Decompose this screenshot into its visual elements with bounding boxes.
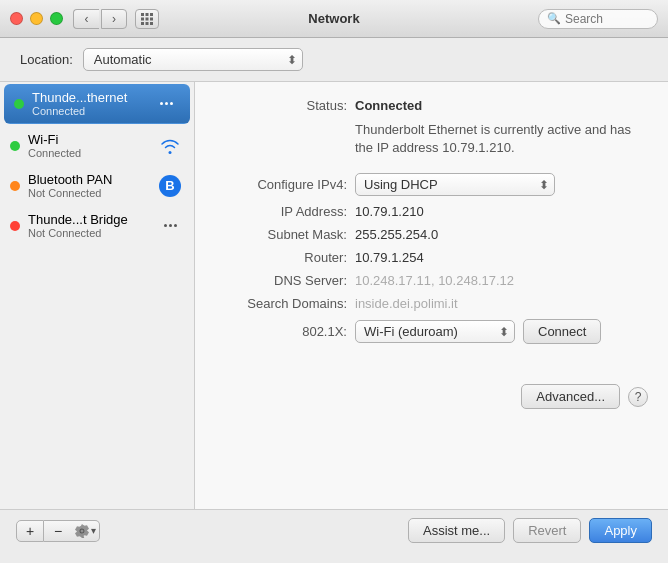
status-description: Thunderbolt Ethernet is currently active… [355, 121, 648, 157]
main-content: Thunde...thernet Connected Wi-Fi Connect… [0, 82, 668, 509]
status-dot-orange [10, 181, 20, 191]
svg-rect-3 [141, 17, 144, 20]
sidebar-item-wifi[interactable]: Wi-Fi Connected [0, 126, 194, 166]
svg-rect-0 [141, 13, 144, 16]
grid-button[interactable] [135, 9, 159, 29]
close-button[interactable] [10, 12, 23, 25]
sidebar-item-bluetooth[interactable]: Bluetooth PAN Not Connected B [0, 166, 194, 206]
sidebar-item-name: Thunde...t Bridge [28, 212, 148, 227]
ip-address-value: 10.79.1.210 [355, 204, 648, 219]
bridge-icon [156, 216, 184, 236]
window-title: Network [308, 11, 359, 26]
window-controls [10, 12, 63, 25]
svg-rect-5 [150, 17, 153, 20]
svg-rect-6 [141, 22, 144, 25]
help-button[interactable]: ? [628, 387, 648, 407]
advanced-button[interactable]: Advanced... [521, 384, 620, 409]
sidebar-toolbar: + − ▾ [16, 520, 203, 542]
ip-address-label: IP Address: [215, 204, 355, 219]
wifi-icon [156, 136, 184, 156]
svg-rect-1 [146, 13, 149, 16]
search-bar[interactable]: 🔍 [538, 9, 658, 29]
status-value: Connected [355, 98, 648, 113]
status-dot-green [10, 141, 20, 151]
configure-ipv4-label: Configure IPv4: [215, 177, 355, 192]
sidebar-item-status: Connected [32, 105, 144, 117]
search-domains-value: inside.dei.polimi.it [355, 296, 648, 311]
location-select-wrap: Automatic Home Work Edit Locations... ⬍ [83, 48, 303, 71]
svg-rect-2 [150, 13, 153, 16]
dot8021x-row: 802.1X: Wi-Fi (eduroam) Off ⬍ Connect [215, 319, 648, 344]
ip-address-row: IP Address: 10.79.1.210 [215, 204, 648, 219]
svg-rect-4 [146, 17, 149, 20]
dot8021x-select[interactable]: Wi-Fi (eduroam) Off [355, 320, 515, 343]
dns-server-value: 10.248.17.11, 10.248.17.12 [355, 273, 648, 288]
detail-actions: Advanced... ? [215, 384, 648, 409]
titlebar: ‹ › Network 🔍 [0, 0, 668, 38]
status-row: Status: Connected [215, 98, 648, 113]
revert-button[interactable]: Revert [513, 518, 581, 543]
search-domains-label: Search Domains: [215, 296, 355, 311]
sidebar-item-bridge[interactable]: Thunde...t Bridge Not Connected [0, 206, 194, 246]
back-button[interactable]: ‹ [73, 9, 99, 29]
sidebar-item-status: Not Connected [28, 227, 148, 239]
maximize-button[interactable] [50, 12, 63, 25]
router-label: Router: [215, 250, 355, 265]
sidebar-item-name: Thunde...thernet [32, 90, 144, 105]
footer-main: Assist me... Revert Apply [203, 518, 652, 543]
status-dot-red [10, 221, 20, 231]
assist-me-button[interactable]: Assist me... [408, 518, 505, 543]
search-domains-row: Search Domains: inside.dei.polimi.it [215, 296, 648, 311]
sidebar-item-status: Not Connected [28, 187, 148, 199]
status-dot-green [14, 99, 24, 109]
sidebar-item-name: Wi-Fi [28, 132, 148, 147]
nav-buttons: ‹ › [73, 9, 127, 29]
location-select[interactable]: Automatic Home Work Edit Locations... [83, 48, 303, 71]
gear-menu-button[interactable]: ▾ [72, 520, 100, 542]
connect-button[interactable]: Connect [523, 319, 601, 344]
configure-ipv4-row: Configure IPv4: Using DHCP Manually Off … [215, 173, 648, 196]
sidebar-item-name: Bluetooth PAN [28, 172, 148, 187]
subnet-mask-label: Subnet Mask: [215, 227, 355, 242]
svg-rect-8 [150, 22, 153, 25]
sidebar-item-status: Connected [28, 147, 148, 159]
dns-server-label: DNS Server: [215, 273, 355, 288]
search-input[interactable] [565, 12, 655, 26]
router-row: Router: 10.79.1.254 [215, 250, 648, 265]
svg-rect-7 [146, 22, 149, 25]
remove-network-button[interactable]: − [44, 520, 72, 542]
bluetooth-icon: B [156, 176, 184, 196]
footer-toolbar: + − ▾ Assist me... Revert Apply [0, 509, 668, 551]
status-label: Status: [215, 98, 355, 113]
router-value: 10.79.1.254 [355, 250, 648, 265]
detail-panel: Status: Connected Thunderbolt Ethernet i… [195, 82, 668, 509]
sidebar-item-thunderbolt-ethernet[interactable]: Thunde...thernet Connected [4, 84, 190, 124]
forward-button[interactable]: › [101, 9, 127, 29]
sidebar: Thunde...thernet Connected Wi-Fi Connect… [0, 82, 195, 509]
status-description-row: Thunderbolt Ethernet is currently active… [215, 121, 648, 157]
search-icon: 🔍 [547, 12, 561, 25]
subnet-mask-row: Subnet Mask: 255.255.254.0 [215, 227, 648, 242]
location-bar: Location: Automatic Home Work Edit Locat… [0, 38, 668, 82]
location-label: Location: [20, 52, 73, 67]
dot8021x-label: 802.1X: [215, 324, 355, 339]
add-network-button[interactable]: + [16, 520, 44, 542]
subnet-mask-value: 255.255.254.0 [355, 227, 648, 242]
apply-button[interactable]: Apply [589, 518, 652, 543]
thunderbolt-icon [152, 94, 180, 114]
minimize-button[interactable] [30, 12, 43, 25]
configure-ipv4-select[interactable]: Using DHCP Manually Off BOOTP PPP [355, 173, 555, 196]
dns-server-row: DNS Server: 10.248.17.11, 10.248.17.12 [215, 273, 648, 288]
